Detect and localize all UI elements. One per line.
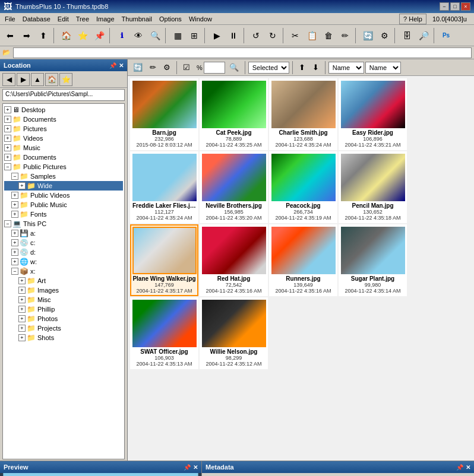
- thumbnail-item[interactable]: Pencil Man.jpg130,6522004-11-22 4:35:18 …: [339, 151, 407, 223]
- move-button[interactable]: ✂: [287, 28, 303, 43]
- tree-item[interactable]: −📦x:: [4, 266, 123, 276]
- bookmark-button[interactable]: ⭐: [75, 28, 90, 43]
- sort-select[interactable]: Name Size Date: [328, 62, 364, 74]
- tree-item[interactable]: +🌐w:: [4, 257, 123, 266]
- nav-bookmark-button[interactable]: ⭐: [59, 73, 72, 86]
- thumbnail-item[interactable]: Cat Peek.jpg78,8892004-11-22 4:35:25 AM: [200, 78, 268, 150]
- sort2-select[interactable]: Name Size Date: [365, 62, 401, 74]
- thumbnail-item[interactable]: Charlie Smith.jpg123,6882004-11-22 4:35:…: [269, 78, 337, 150]
- menu-thumbnail[interactable]: Thumbnail: [118, 14, 156, 24]
- tree-item[interactable]: +📁Wide: [4, 181, 123, 191]
- tree-item[interactable]: +📁Documents: [4, 115, 123, 124]
- tree-item[interactable]: +📁Fonts: [4, 210, 123, 219]
- location-path[interactable]: C:\Users\Public\Pictures\Sampl...: [2, 89, 125, 101]
- tree-item[interactable]: +📁Phillip: [4, 304, 123, 314]
- up-button[interactable]: ⬆: [36, 28, 51, 43]
- copy-button[interactable]: 📋: [304, 28, 320, 43]
- scan-button[interactable]: 🔄: [360, 28, 375, 43]
- menu-file[interactable]: File: [1, 14, 19, 24]
- pin-button[interactable]: 📌: [91, 28, 107, 43]
- thumb-settings-button[interactable]: ⚙: [160, 61, 173, 74]
- rotate-left-button[interactable]: ↺: [248, 28, 264, 43]
- thumbnail-item[interactable]: Neville Brothers.jpg156,9852004-11-22 4:…: [200, 151, 268, 223]
- thumbnail-item[interactable]: Willie Nelson.jpg98,2992004-11-22 4:35:1…: [200, 297, 268, 369]
- tree-item[interactable]: −💻This PC: [4, 219, 123, 229]
- thumbnail-date: 2004-11-22 4:35:24 AM: [275, 142, 331, 148]
- view-grid-button[interactable]: ⊞: [187, 28, 202, 43]
- db-search-button[interactable]: 🔎: [416, 28, 431, 43]
- menu-edit[interactable]: Edit: [54, 14, 72, 24]
- menu-database[interactable]: Database: [19, 14, 54, 24]
- back-button[interactable]: ⬅: [2, 28, 18, 43]
- nav-home-button[interactable]: 🏠: [45, 73, 58, 86]
- tree-item[interactable]: +📁Public Videos: [4, 191, 123, 200]
- view-button[interactable]: 👁: [131, 28, 146, 43]
- nav-back-button[interactable]: ◀: [2, 73, 15, 86]
- tree-item[interactable]: +📁Photos: [4, 314, 123, 323]
- home-button[interactable]: 🏠: [58, 28, 74, 43]
- thumb-refresh-button[interactable]: 🔄: [130, 61, 146, 74]
- play-button[interactable]: ▶: [209, 28, 225, 43]
- tree-item[interactable]: +🖥Desktop: [4, 105, 123, 115]
- tree-item[interactable]: +💿c:: [4, 238, 123, 247]
- thumbnail-item[interactable]: Freddie Laker Flies.jpg112,1272004-11-22…: [130, 151, 198, 223]
- thumbnail-item[interactable]: Runners.jpg139,6492004-11-22 4:35:16 AM: [269, 224, 337, 296]
- nav-forward-button[interactable]: ▶: [17, 73, 30, 86]
- thumb-prev-button[interactable]: ✏: [147, 61, 159, 74]
- tree-item[interactable]: +💿d:: [4, 247, 123, 257]
- tree-item[interactable]: +📁Music: [4, 143, 123, 153]
- tree-item[interactable]: +📁Art: [4, 276, 123, 285]
- thumb-dn-button[interactable]: ⬇: [309, 61, 322, 74]
- thumbnail-item[interactable]: Peacock.jpg266,7342004-11-22 4:35:19 AM: [269, 151, 337, 223]
- forward-button[interactable]: ➡: [19, 28, 34, 43]
- nav-up-button[interactable]: ▲: [31, 73, 44, 86]
- help-button[interactable]: ? Help: [399, 14, 426, 24]
- thumbnail-item[interactable]: Easy Rider.jpg106,8962004-11-22 4:35:21 …: [339, 78, 407, 150]
- metadata-close-icon[interactable]: ✕: [466, 464, 470, 471]
- info-button[interactable]: ℹ: [114, 28, 129, 43]
- close-button[interactable]: ×: [461, 2, 470, 11]
- thumbnail-item[interactable]: Plane Wing Walker.jpg147,7692004-11-22 4…: [130, 224, 198, 296]
- menu-tree[interactable]: Tree: [72, 14, 93, 24]
- db-button[interactable]: 🗄: [399, 28, 415, 43]
- view-list-button[interactable]: ▦: [170, 28, 185, 43]
- maximize-button[interactable]: □: [450, 2, 460, 11]
- menu-window[interactable]: Window: [185, 14, 216, 24]
- rename-button[interactable]: ✏: [337, 28, 353, 43]
- zoom-input[interactable]: 50%: [204, 62, 225, 74]
- preview-pin-icon[interactable]: 📌: [184, 464, 191, 471]
- metadata-pin-icon[interactable]: 📌: [456, 464, 463, 471]
- rotate-right-button[interactable]: ↻: [265, 28, 280, 43]
- thumbnail-item[interactable]: Barn.jpg232,9862015-08-12 8:03:12 AM: [130, 78, 198, 150]
- tree-item[interactable]: +📁Misc: [4, 295, 123, 304]
- tree-item[interactable]: −📁Public Pictures: [4, 162, 123, 172]
- tree-item[interactable]: +📁Images: [4, 285, 123, 295]
- thumbnail-item[interactable]: Sugar Plant.jpg99,9802004-11-22 4:35:14 …: [339, 224, 407, 296]
- tree-item[interactable]: −📁Samples: [4, 172, 123, 181]
- delete-button[interactable]: 🗑: [321, 28, 336, 43]
- thumb-zoom-btn[interactable]: 🔍: [226, 61, 242, 74]
- address-input[interactable]: C:\Users\Public\Pictures\Samples\Wide: [13, 47, 472, 58]
- search-button[interactable]: 🔍: [147, 28, 163, 43]
- preview-close-icon[interactable]: ✕: [193, 464, 198, 471]
- tree-item[interactable]: +📁Pictures: [4, 124, 123, 134]
- tree-item[interactable]: +📁Shots: [4, 333, 123, 342]
- location-close-icon[interactable]: ✕: [119, 62, 124, 69]
- thumbnail-item[interactable]: SWAT Officer.jpg106,9032004-11-22 4:35:1…: [130, 297, 198, 369]
- tree-item[interactable]: +📁Projects: [4, 323, 123, 333]
- menu-image[interactable]: Image: [93, 14, 118, 24]
- tree-item[interactable]: +📁Videos: [4, 134, 123, 143]
- filter-select[interactable]: Selected All None: [248, 62, 289, 74]
- thumbnail-item[interactable]: Red Hat.jpg72,5422004-11-22 4:35:16 AM: [200, 224, 268, 296]
- location-pin-icon[interactable]: 📌: [109, 62, 116, 69]
- thumb-up-button[interactable]: ⬆: [296, 61, 308, 74]
- thumb-check-button[interactable]: ☑: [180, 61, 193, 74]
- minimize-button[interactable]: −: [440, 2, 449, 11]
- tree-item[interactable]: +📁Documents: [4, 153, 123, 162]
- scan-opt-button[interactable]: ⚙: [377, 28, 392, 43]
- tree-item[interactable]: +💾a:: [4, 229, 123, 238]
- photoshop-button[interactable]: Ps: [438, 28, 454, 43]
- pause-button[interactable]: ⏸: [226, 28, 241, 43]
- menu-options[interactable]: Options: [156, 14, 185, 24]
- tree-item[interactable]: +📁Public Music: [4, 200, 123, 210]
